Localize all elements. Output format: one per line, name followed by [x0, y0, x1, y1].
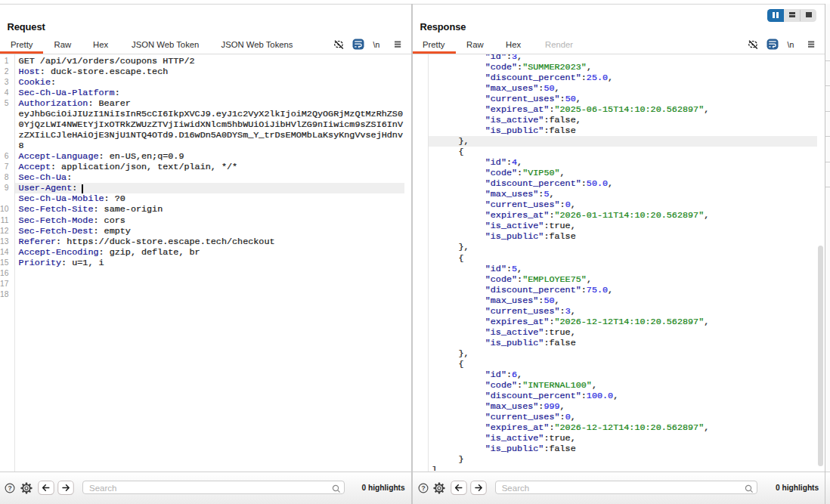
svg-text:?: ? — [421, 484, 425, 492]
svg-text:?: ? — [8, 484, 11, 492]
